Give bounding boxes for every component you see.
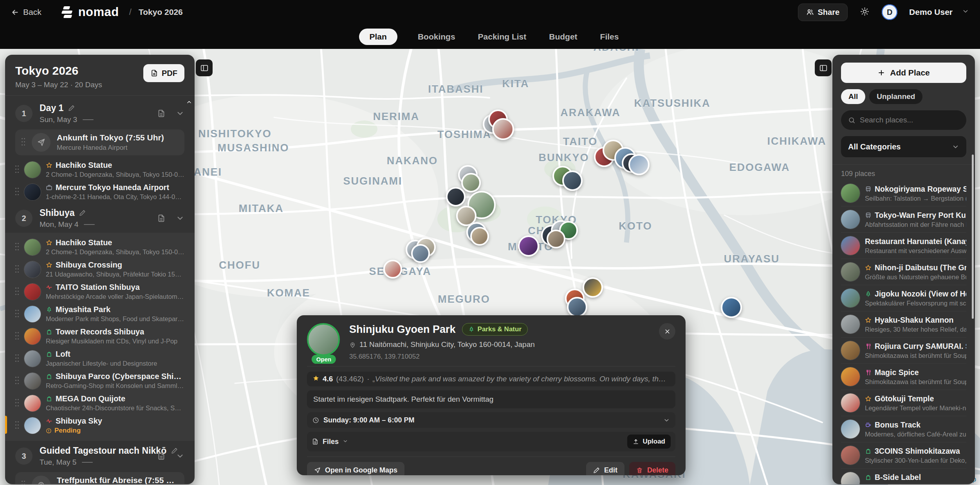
edit-button[interactable]: Edit xyxy=(586,462,624,475)
itinerary-event-card[interactable]: Ankunft in Tokyo (7:55 Uhr)Mercure Haned… xyxy=(15,129,184,155)
day-header[interactable]: 1Day 1Sun, May 3 xyxy=(15,98,184,128)
tab-packing-list[interactable]: Packing List xyxy=(476,29,529,45)
upload-label: Upload xyxy=(643,438,665,445)
place-list-item[interactable]: Tokyo-Wan Ferry Port Kuriha...Abfahrtsst… xyxy=(841,206,966,232)
itinerary-place-item[interactable]: Shibuya SkyPending xyxy=(15,414,184,437)
map-marker[interactable] xyxy=(470,227,489,246)
itinerary-place-item[interactable]: TAITO Station ShibuyaMehrstöckige Arcade… xyxy=(15,280,184,303)
drag-handle[interactable] xyxy=(15,243,19,251)
map-marker[interactable] xyxy=(411,244,430,263)
search-places-input[interactable] xyxy=(860,116,959,124)
user-name[interactable]: Demo User xyxy=(909,7,953,17)
drag-handle[interactable] xyxy=(15,188,19,196)
drag-handle[interactable] xyxy=(15,377,19,385)
right-panel-toggle[interactable] xyxy=(815,59,832,76)
itinerary-place-item[interactable]: Tower Records ShibuyaRiesiger Musikladen… xyxy=(15,325,184,347)
add-place-button[interactable]: Add Place xyxy=(841,63,966,83)
place-list-item[interactable]: Rojiura Curry SAMURAI. Shim...Shimokitaz… xyxy=(841,337,966,363)
open-google-maps-button[interactable]: Open in Google Maps xyxy=(307,462,404,475)
drag-handle[interactable] xyxy=(15,332,19,341)
breadcrumb-trip-title[interactable]: Tokyo 2026 xyxy=(139,7,183,17)
day-header[interactable]: 3Guided Tagestour nach NikkōTue, May 5 xyxy=(15,441,184,471)
place-list-item[interactable]: 3COINS ShimokitazawaStylischer 300-Yen-L… xyxy=(841,442,966,468)
places-list[interactable]: Nokogiriyama Ropeway Sum...Seilbahn: Tal… xyxy=(841,180,966,484)
map-marker[interactable] xyxy=(518,235,539,257)
place-list-item[interactable]: Gōtokuji TempleLegendärer Tempel voller … xyxy=(841,390,966,416)
place-thumbnail xyxy=(24,239,41,255)
place-list-item[interactable]: Magic SpiceShimokitazawa ist berühmt für… xyxy=(841,363,966,390)
share-button[interactable]: Share xyxy=(798,4,848,21)
drag-handle[interactable] xyxy=(15,165,19,174)
map-marker[interactable] xyxy=(383,260,402,278)
drag-handle[interactable] xyxy=(15,287,19,296)
map-marker[interactable] xyxy=(492,118,514,140)
place-list-item[interactable]: B-Side LabelHochwertige, wasserfeste Sti… xyxy=(841,468,966,484)
place-photo[interactable]: Open xyxy=(307,323,341,361)
place-list-item[interactable]: Jigoku Nozoki (View of Hell)Spektakuläre… xyxy=(841,285,966,311)
place-list-item[interactable]: Hyaku-Shaku KannonRiesiges, 30 Meter hoh… xyxy=(841,311,966,337)
avatar[interactable]: D xyxy=(882,4,897,20)
itinerary-place-item[interactable]: Shibuya Parco (Cyberspace Shibuya)Retro-… xyxy=(15,370,184,392)
drag-handle[interactable] xyxy=(22,481,25,484)
pdf-export-button[interactable]: PDF xyxy=(143,64,184,82)
itinerary-place-item[interactable]: LoftJapanischer Lifestyle- und Designsto… xyxy=(15,347,184,370)
itinerary-place-item[interactable]: MEGA Don QuijoteChaotischer 24h-Discount… xyxy=(15,392,184,414)
files-chevron[interactable] xyxy=(343,438,348,446)
app-logo[interactable]: nomad xyxy=(61,5,119,19)
filter-all[interactable]: All xyxy=(841,89,865,104)
itinerary-place-item[interactable]: Miyashita ParkModerner Park mit Shops, F… xyxy=(15,303,184,325)
note-field[interactable]: Startet im riesigen Stadtpark. Perfekt f… xyxy=(307,390,675,408)
place-list-item[interactable]: Nokogiriyama Ropeway Sum...Seilbahn: Tal… xyxy=(841,180,966,206)
itinerary-place-item[interactable]: Shibuya Crossing21 Udagawacho, Shibuya, … xyxy=(15,258,184,280)
drag-handle[interactable] xyxy=(22,138,25,147)
theme-toggle-button[interactable] xyxy=(860,7,869,17)
place-list-item[interactable]: Bonus TrackModernes, dörfliches Café-Are… xyxy=(841,416,966,442)
itinerary-place-item[interactable]: Hachiko Statue2 Chome-1 Dogenzaka, Shibu… xyxy=(15,236,184,258)
map-marker[interactable] xyxy=(721,297,742,318)
drag-handle[interactable] xyxy=(15,421,19,430)
tab-bookings[interactable]: Bookings xyxy=(415,29,458,45)
place-coordinates: 35.685176, 139.710052 xyxy=(349,353,650,361)
category-dropdown[interactable]: All Categories xyxy=(841,136,966,157)
map-marker[interactable] xyxy=(461,173,481,192)
left-panel-toggle[interactable] xyxy=(196,59,213,76)
place-subtitle: 2 Chome-1 Dogenzaka, Shibuya, Tokyo 150-… xyxy=(46,248,184,256)
tab-budget[interactable]: Budget xyxy=(547,29,579,45)
rating-bar[interactable]: 4.6 (43.462) · „Visited the park and was… xyxy=(307,372,675,386)
place-description: Seilbahn: Talstation → Bergstation (3 Mi… xyxy=(865,195,966,202)
doc-icon xyxy=(157,452,166,460)
map-marker[interactable] xyxy=(567,297,587,317)
itinerary-event-card[interactable]: Treffpunkt für Abreise (7:55 Uhr)Bus Ter… xyxy=(15,472,184,484)
scroll-up-indicator[interactable] xyxy=(186,99,192,107)
drag-handle[interactable] xyxy=(15,265,19,274)
place-thumbnail xyxy=(841,184,860,203)
logo-text: nomad xyxy=(78,5,119,19)
places-scrollbar[interactable] xyxy=(972,154,974,319)
filter-unplanned[interactable]: Unplanned xyxy=(869,89,922,104)
upload-button[interactable]: Upload xyxy=(627,435,671,449)
files-section[interactable]: Files Upload xyxy=(307,432,675,451)
close-button[interactable] xyxy=(659,323,675,340)
tab-files[interactable]: Files xyxy=(598,29,621,45)
place-list-item[interactable]: Restaurant Harunatei (Kanaya Po...Restau… xyxy=(841,232,966,259)
opening-hours-row[interactable]: Sunday: 9:00 AM – 6:00 PM xyxy=(307,412,675,428)
category-badge-label: Parks & Natur xyxy=(478,325,522,333)
map-marker[interactable] xyxy=(446,187,466,207)
tab-plan[interactable]: Plan xyxy=(359,29,397,45)
search-places-box[interactable] xyxy=(841,110,966,130)
map-marker[interactable] xyxy=(547,230,565,248)
user-menu-chevron[interactable] xyxy=(962,8,969,16)
drag-handle[interactable] xyxy=(15,354,19,363)
itinerary-place-item[interactable]: Mercure Tokyo Haneda Airport1-chōme-2-11… xyxy=(15,181,184,203)
map-marker[interactable] xyxy=(583,277,603,298)
place-list-item[interactable]: Nihon-ji Daibutsu (The Great ...Größte a… xyxy=(841,259,966,285)
delete-button[interactable]: Delete xyxy=(629,462,675,475)
map-marker[interactable] xyxy=(628,154,650,175)
day-header[interactable]: 2ShibuyaMon, May 4 xyxy=(15,203,184,233)
drag-handle[interactable] xyxy=(15,310,19,318)
map-marker[interactable] xyxy=(562,171,583,191)
back-button[interactable]: Back xyxy=(11,7,42,17)
itinerary-list[interactable]: 1Day 1Sun, May 3Ankunft in Tokyo (7:55 U… xyxy=(5,96,195,484)
drag-handle[interactable] xyxy=(15,399,19,408)
itinerary-place-item[interactable]: Hachiko Statue2 Chome-1 Dogenzaka, Shibu… xyxy=(15,158,184,181)
